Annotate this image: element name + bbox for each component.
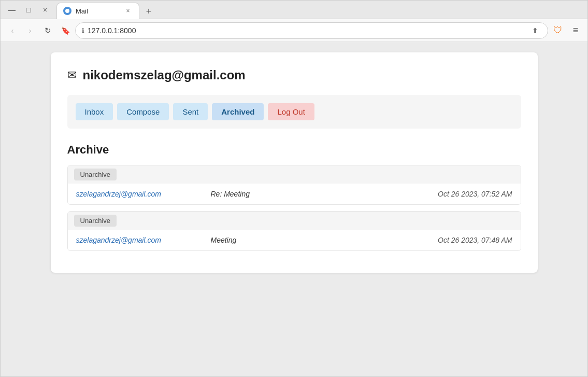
user-email: nikodemszelag@gmail.com bbox=[83, 68, 246, 82]
refresh-button[interactable]: ↻ bbox=[40, 23, 55, 38]
share-icon[interactable]: ⬆ bbox=[529, 24, 541, 37]
browser-window: — □ × Mail × bbox=[0, 0, 588, 377]
mail-nav-bar: Inbox Compose Sent Archived Log Out bbox=[67, 95, 521, 129]
unarchive-row: Unarchive bbox=[68, 165, 521, 184]
mail-sender: szelagandrzej@gmail.com bbox=[76, 236, 211, 244]
archive-title: Archive bbox=[67, 143, 521, 157]
title-bar-left: — □ × Mail × bbox=[5, 1, 583, 19]
compose-button[interactable]: Compose bbox=[117, 103, 169, 120]
window-controls: — □ × bbox=[5, 3, 52, 17]
sent-button[interactable]: Sent bbox=[173, 103, 208, 120]
mail-header: ✉ nikodemszelag@gmail.com bbox=[67, 68, 521, 82]
close-button[interactable]: × bbox=[38, 3, 52, 17]
brave-shield-button[interactable]: 🛡 bbox=[550, 23, 566, 38]
tab-title: Mail bbox=[76, 7, 88, 15]
archive-list: Unarchive szelagandrzej@gmail.com Re: Me… bbox=[67, 165, 521, 251]
archive-item: Unarchive szelagandrzej@gmail.com Meetin… bbox=[67, 211, 521, 251]
back-button[interactable]: ‹ bbox=[5, 23, 20, 38]
mail-envelope-icon: ✉ bbox=[67, 68, 77, 82]
svg-point-0 bbox=[65, 9, 69, 13]
nav-bar: ‹ › ↻ 🔖 ℹ 127.0.0.1:8000 ⬆ 🛡 ≡ bbox=[1, 19, 587, 42]
mail-row: szelagandrzej@gmail.com Re: Meeting Oct … bbox=[68, 184, 521, 204]
forward-button[interactable]: › bbox=[22, 23, 38, 38]
archive-item: Unarchive szelagandrzej@gmail.com Re: Me… bbox=[67, 165, 521, 205]
secure-icon: ℹ bbox=[82, 27, 84, 34]
url-display: 127.0.0.1:8000 bbox=[88, 26, 526, 35]
tab-group: Mail × + bbox=[56, 1, 156, 19]
address-bar[interactable]: ℹ 127.0.0.1:8000 ⬆ bbox=[75, 22, 548, 39]
maximize-button[interactable]: □ bbox=[21, 3, 36, 17]
mail-card: ✉ nikodemszelag@gmail.com Inbox Compose … bbox=[51, 52, 538, 273]
unarchive-row: Unarchive bbox=[68, 212, 521, 230]
tab-favicon bbox=[63, 7, 71, 15]
active-tab[interactable]: Mail × bbox=[56, 3, 139, 19]
mail-row: szelagandrzej@gmail.com Meeting Oct 26 2… bbox=[68, 230, 521, 250]
tab-close-button[interactable]: × bbox=[123, 6, 133, 16]
menu-button[interactable]: ≡ bbox=[568, 23, 583, 38]
title-bar: — □ × Mail × bbox=[1, 1, 587, 19]
bookmark-button[interactable]: 🔖 bbox=[58, 23, 73, 38]
mail-date: Oct 26 2023, 07:48 AM bbox=[409, 236, 512, 244]
inbox-button[interactable]: Inbox bbox=[76, 103, 113, 120]
unarchive-button[interactable]: Unarchive bbox=[74, 169, 117, 180]
archived-button[interactable]: Archived bbox=[212, 103, 264, 120]
mail-subject: Meeting bbox=[211, 236, 409, 244]
address-bar-actions: ⬆ bbox=[529, 24, 541, 37]
minimize-button[interactable]: — bbox=[5, 3, 19, 17]
mail-date: Oct 26 2023, 07:52 AM bbox=[409, 190, 512, 198]
unarchive-button[interactable]: Unarchive bbox=[74, 215, 117, 227]
mail-subject: Re: Meeting bbox=[211, 190, 409, 198]
mail-sender: szelagandrzej@gmail.com bbox=[76, 190, 211, 198]
nav-right-controls: 🛡 ≡ bbox=[550, 23, 583, 38]
new-tab-button[interactable]: + bbox=[141, 5, 156, 19]
logout-button[interactable]: Log Out bbox=[268, 103, 314, 120]
page-content: ✉ nikodemszelag@gmail.com Inbox Compose … bbox=[1, 42, 587, 376]
